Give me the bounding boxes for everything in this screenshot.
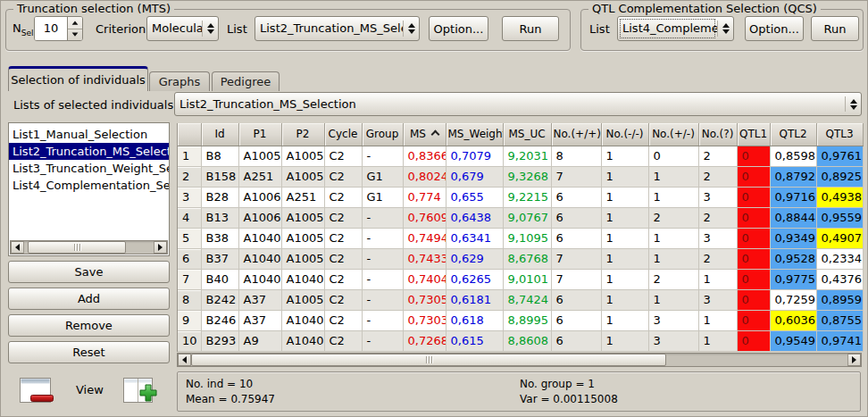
cell-cycle[interactable]: C2	[324, 187, 362, 207]
cell-p1[interactable]: A1006	[238, 207, 281, 228]
cell-p2[interactable]: A1005	[281, 166, 324, 187]
cell-no-unknown[interactable]: 3	[698, 187, 737, 207]
row-number[interactable]: 10	[178, 330, 201, 351]
row-number[interactable]: 4	[178, 207, 201, 228]
cell-no-plus-plus[interactable]: 6	[551, 330, 601, 351]
cell-no-unknown[interactable]: 1	[698, 269, 737, 289]
cell-ms-uc[interactable]: 9,2215	[503, 187, 551, 207]
cell-id[interactable]: B246	[201, 310, 238, 330]
cell-group[interactable]: -	[362, 289, 403, 310]
cell-group[interactable]: -	[362, 248, 403, 269]
column-header-MS[interactable]: MS	[403, 123, 446, 146]
cell-qtl3[interactable]: 0,4938	[816, 187, 863, 207]
cell-p1[interactable]: A1006	[238, 187, 281, 207]
cell-p2[interactable]: A1005	[281, 248, 324, 269]
column-header-No.(+/+)[interactable]: No.(+/+)	[551, 123, 601, 146]
cell-no-plus-plus[interactable]: 6	[551, 310, 601, 330]
remove-view-button[interactable]	[19, 376, 56, 408]
qcs-run-button[interactable]: Run	[811, 16, 859, 41]
cell-ms-uc[interactable]: 9,0767	[503, 207, 551, 228]
cell-p1[interactable]: A1005	[238, 146, 281, 166]
cell-ms-weight[interactable]: 0,6438	[446, 207, 503, 228]
column-header-QTL1[interactable]: QTL1	[737, 123, 770, 146]
cell-no-plus-minus[interactable]: 2	[648, 207, 698, 228]
cell-qtl2[interactable]: 0,9528	[770, 248, 816, 269]
cell-no-unknown[interactable]: 2	[698, 166, 737, 187]
nsel-spinbox[interactable]: 10	[34, 16, 83, 41]
column-header-P2[interactable]: P2	[281, 123, 324, 146]
scroll-right-icon[interactable]	[847, 354, 861, 366]
cell-group[interactable]: G1	[362, 166, 403, 187]
cell-p1[interactable]: A37	[238, 310, 281, 330]
cell-p1[interactable]: A9	[238, 330, 281, 351]
column-header-Id[interactable]: Id	[201, 123, 238, 146]
nsel-value[interactable]: 10	[35, 17, 67, 40]
cell-no-plus-minus[interactable]: 0	[648, 146, 698, 166]
cell-ms[interactable]: 0,7494	[403, 228, 446, 248]
cell-group[interactable]: -	[362, 269, 403, 289]
cell-qtl3[interactable]: 0,9559	[816, 207, 863, 228]
cell-ms[interactable]: 0,8366	[403, 146, 446, 166]
cell-qtl1[interactable]: 0	[737, 166, 770, 187]
cell-qtl2[interactable]: 0,8598	[770, 146, 816, 166]
cell-qtl1[interactable]: 0	[737, 228, 770, 248]
add-view-button[interactable]	[122, 376, 160, 408]
cell-no-plus-minus[interactable]: 1	[648, 166, 698, 187]
cell-p1[interactable]: A1040	[238, 269, 281, 289]
mts-list-combobox[interactable]: List2_Truncation_MS_Sele	[255, 16, 420, 41]
cell-no-minus-minus[interactable]: 1	[601, 330, 648, 351]
cell-ms[interactable]: 0,7303	[403, 310, 446, 330]
cell-cycle[interactable]: C2	[324, 310, 362, 330]
tab-graphs[interactable]: Graphs	[149, 71, 210, 91]
cell-no-unknown[interactable]: 2	[698, 146, 737, 166]
row-number[interactable]: 8	[178, 289, 201, 310]
cell-ms-weight[interactable]: 0,6265	[446, 269, 503, 289]
cell-p2[interactable]: A1005	[281, 207, 324, 228]
cell-no-plus-plus[interactable]: 7	[551, 269, 601, 289]
cell-p2[interactable]: A1040	[281, 310, 324, 330]
cell-no-plus-plus[interactable]: 6	[551, 289, 601, 310]
cell-id[interactable]: B293	[201, 330, 238, 351]
row-number[interactable]: 9	[178, 310, 201, 330]
row-number[interactable]: 3	[178, 187, 201, 207]
column-header-No.(-/-)[interactable]: No.(-/-)	[601, 123, 648, 146]
save-button[interactable]: Save	[8, 261, 170, 283]
cell-no-plus-minus[interactable]: 1	[648, 187, 698, 207]
cell-qtl1[interactable]: 0	[737, 187, 770, 207]
cell-no-plus-plus[interactable]: 6	[551, 187, 601, 207]
listbox-hscroll-track[interactable]	[24, 241, 154, 254]
cell-cycle[interactable]: C2	[324, 228, 362, 248]
cell-ms-uc[interactable]: 8,8608	[503, 330, 551, 351]
cell-p1[interactable]: A1040	[238, 248, 281, 269]
scroll-left-icon[interactable]	[178, 354, 191, 366]
cell-qtl2[interactable]: 0,8844	[770, 207, 816, 228]
scroll-left-icon[interactable]	[11, 241, 24, 254]
cell-ms-weight[interactable]: 0,679	[446, 166, 503, 187]
listbox-hscrollbar[interactable]	[10, 240, 168, 254]
column-header-QTL2[interactable]: QTL2	[770, 123, 816, 146]
cell-id[interactable]: B13	[201, 207, 238, 228]
cell-ms-uc[interactable]: 9,2031	[503, 146, 551, 166]
corner-header-cell[interactable]	[178, 123, 201, 146]
cell-no-unknown[interactable]: 1	[698, 310, 737, 330]
cell-group[interactable]: -	[362, 207, 403, 228]
column-header-Group[interactable]: Group	[362, 123, 403, 146]
cell-ms-uc[interactable]: 8,8995	[503, 310, 551, 330]
cell-ms-weight[interactable]: 0,615	[446, 330, 503, 351]
cell-qtl1[interactable]: 0	[737, 330, 770, 351]
remove-button[interactable]: Remove	[8, 314, 170, 337]
cell-no-minus-minus[interactable]: 1	[601, 269, 648, 289]
cell-qtl1[interactable]: 0	[737, 248, 770, 269]
qcs-list-combobox[interactable]: List4_Complemen	[617, 16, 734, 41]
cell-no-plus-minus[interactable]: 1	[648, 248, 698, 269]
cell-qtl3[interactable]: 0,9761	[816, 146, 863, 166]
cell-qtl3[interactable]: 0,9741	[816, 330, 863, 351]
listbox-hscroll-thumb[interactable]	[28, 241, 126, 254]
cell-ms-weight[interactable]: 0,6341	[446, 228, 503, 248]
cell-no-plus-minus[interactable]: 1	[648, 289, 698, 310]
cell-ms-uc[interactable]: 9,3268	[503, 166, 551, 187]
cell-cycle[interactable]: C2	[324, 289, 362, 310]
cell-ms[interactable]: 0,774	[403, 187, 446, 207]
row-number[interactable]: 2	[178, 166, 201, 187]
cell-p1[interactable]: A37	[238, 289, 281, 310]
